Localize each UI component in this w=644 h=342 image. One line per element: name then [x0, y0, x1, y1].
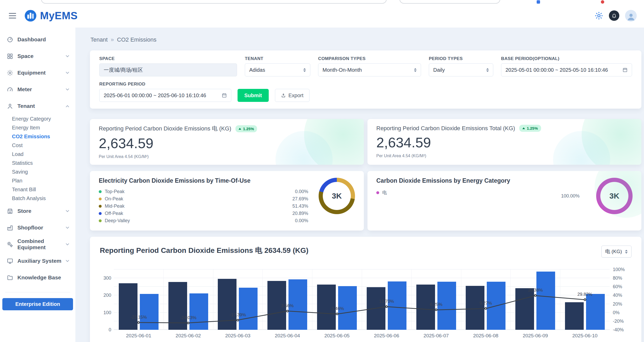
breadcrumb-current: CO2 Emissions [117, 36, 156, 43]
emissions-bar-chart-card: Reporting Period Carbon Dioxide Emission… [90, 237, 641, 342]
brand[interactable]: MyEMS [24, 10, 78, 22]
y-axis-left-tick: 200 [103, 293, 111, 298]
y-axis-right: 100%80%60%40%20%0%-20%-40% [610, 269, 632, 330]
sidebar-item-space[interactable]: Space [0, 48, 75, 64]
legend-dot [99, 219, 102, 222]
browser-searchbar-artifact [41, 0, 387, 4]
app-title: MyEMS [40, 10, 78, 22]
equipment-icon [7, 70, 13, 76]
line-marker[interactable] [584, 298, 586, 301]
base-period-input[interactable]: 2025-05-01 00:00:00 ~ 2025-05-10 16:10:4… [501, 63, 632, 76]
sidebar-subitem-energy-category[interactable]: Energy Category [0, 114, 75, 123]
chevron-up-icon [66, 105, 69, 108]
chevron-down-icon [66, 87, 69, 90]
legend-dot [99, 190, 102, 193]
x-axis-label: 2025-06-06 [362, 333, 411, 339]
sidebar-subitem-statistics[interactable]: Statistics [0, 159, 75, 167]
sidebar-item-knowledge-base[interactable]: Knowledge Base [0, 269, 75, 286]
tenant-select[interactable]: Adidas [245, 63, 310, 76]
main-content: Tenant » CO2 Emissions SPACE TENANT Adid… [75, 28, 644, 342]
sidebar-subitem-batch-analysis[interactable]: Batch Analysis [0, 194, 75, 203]
x-axis-label: 2025-06-05 [312, 333, 362, 339]
sidebar-item-label: Shopfloor [17, 225, 43, 231]
legend-item[interactable]: Deep-Valley0.00% [99, 217, 308, 224]
combined-equipment-icon [7, 241, 13, 248]
sidebar-item-label: Equipment [17, 70, 46, 76]
legend-item[interactable]: Top-Peak0.00% [99, 188, 308, 195]
change-rate-label: 3.56% [281, 303, 294, 308]
breadcrumb-tenant[interactable]: Tenant [90, 36, 108, 43]
line-marker[interactable] [534, 294, 537, 297]
sidebar-item-label: Combined Equipment [17, 238, 62, 251]
dashboard-icon [7, 36, 13, 43]
notifications-icon[interactable] [609, 10, 619, 21]
sidebar-subitem-load[interactable]: Load [0, 150, 75, 159]
legend-value: 51.43% [292, 203, 308, 209]
select-caret-icon [625, 250, 628, 254]
user-avatar[interactable] [625, 10, 637, 22]
sidebar-item-tenant[interactable]: Tenant [0, 98, 75, 114]
line-marker[interactable] [336, 313, 338, 315]
reporting-period-label: REPORTING PERIOD [99, 82, 231, 87]
reporting-period-field: REPORTING PERIOD 2025-06-01 00:00:00 ~ 2… [99, 82, 231, 102]
calendar-icon [222, 93, 227, 98]
sidebar-item-auxiliary-system[interactable]: Auxiliary System [0, 253, 75, 269]
line-marker[interactable] [385, 305, 388, 308]
sidebar-item-combined-equipment[interactable]: Combined Equipment [0, 236, 75, 253]
legend-label: Off-Peak [105, 211, 123, 216]
y-axis-right-tick: 0% [613, 310, 620, 315]
sidebar-item-shopfloor[interactable]: Shopfloor [0, 219, 75, 236]
select-caret-icon [414, 68, 417, 72]
sidebar-subitem-plan[interactable]: Plan [0, 176, 75, 185]
tou-donut[interactable]: 3K [319, 178, 355, 214]
space-input[interactable] [99, 63, 237, 76]
sidebar-item-dashboard[interactable]: Dashboard [0, 31, 75, 48]
sidebar-toggle-button[interactable] [7, 11, 18, 21]
legend-item[interactable]: 电 [376, 189, 551, 196]
settings-gear-icon[interactable] [595, 11, 603, 20]
space-field: SPACE [99, 56, 237, 76]
comparison-types-select[interactable]: Month-On-Month [318, 63, 421, 76]
line-marker[interactable] [484, 307, 487, 310]
energy-legend-dot [376, 191, 379, 194]
line-marker[interactable] [435, 308, 437, 311]
chevron-down-icon [66, 209, 69, 212]
space-label: SPACE [99, 56, 237, 61]
tou-legend: Top-Peak0.00%On-Peak27.69%Mid-Peak51.43%… [99, 188, 308, 224]
sidebar-item-meter[interactable]: Meter [0, 81, 75, 98]
change-rate-label: 9.27% [479, 301, 492, 306]
sidebar-subitem-energy-item[interactable]: Energy Item [0, 123, 75, 132]
line-marker[interactable] [187, 322, 189, 324]
submit-button[interactable]: Submit [238, 89, 269, 102]
stat-card-value: 2,634.59 [376, 134, 633, 150]
sidebar-subitem-cost[interactable]: Cost [0, 141, 75, 150]
sidebar-divider [5, 292, 70, 292]
stat-card-row: Reporting Period Carbon Dioxide Emission… [90, 119, 641, 165]
enterprise-edition-button[interactable]: Enterprise Edition [2, 298, 73, 310]
sidebar-item-equipment[interactable]: Equipment [0, 64, 75, 81]
period-types-select[interactable]: Daily [429, 63, 493, 76]
export-icon [281, 93, 286, 98]
change-rate-label: 39.38% [528, 288, 543, 293]
line-marker[interactable] [286, 310, 289, 312]
sidebar-subitem-co2-emissions[interactable]: CO2 Emissions [0, 132, 75, 141]
legend-item[interactable]: Off-Peak20.89% [99, 210, 308, 217]
export-button[interactable]: Export [275, 89, 310, 102]
y-axis-right-tick: -20% [613, 318, 624, 324]
y-axis-left-tick: 100 [103, 310, 111, 315]
line-marker[interactable] [137, 321, 140, 324]
legend-label: Top-Peak [105, 189, 124, 194]
sidebar-subitem-tenant-bill[interactable]: Tenant Bill [0, 185, 75, 194]
legend-item[interactable]: Mid-Peak51.43% [99, 202, 308, 210]
sidebar-item-store[interactable]: Store [0, 203, 75, 219]
change-badge: 1.25% [519, 125, 541, 132]
x-axis-label: 2025-06-09 [510, 333, 560, 339]
line-marker[interactable] [236, 319, 239, 321]
unit-select[interactable]: 电 (KG) [601, 246, 632, 258]
browser-box-artifact [399, 0, 500, 4]
sidebar-subitem-saving[interactable]: Saving [0, 167, 75, 176]
legend-item[interactable]: On-Peak27.69% [99, 195, 308, 202]
base-period-label: BASE PERIOD(OPTIONAL) [501, 56, 632, 61]
legend-value: 20.89% [292, 211, 308, 216]
reporting-period-input[interactable]: 2025-06-01 00:00:00 ~ 2025-06-10 16:10:4… [99, 89, 231, 102]
